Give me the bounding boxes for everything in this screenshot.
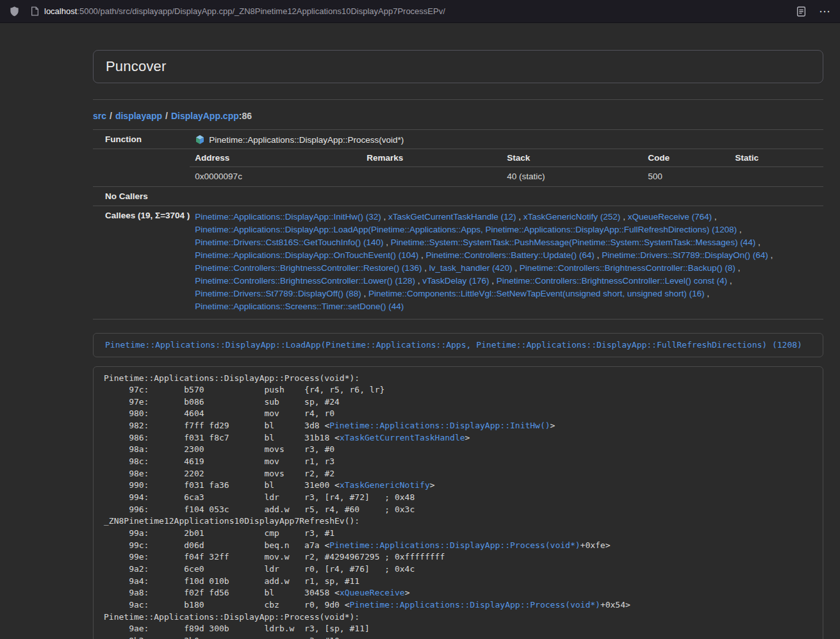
breadcrumb-file-link[interactable]: DisplayApp.cpp <box>171 111 239 121</box>
stats-table: Address Remarks Stack Code Static 0x0000… <box>190 149 823 186</box>
callee-link[interactable]: Pinetime::Controllers::BrightnessControl… <box>497 276 727 286</box>
callee-link[interactable]: lv_task_handler (420) <box>429 263 513 273</box>
no-callers-label: No Callers <box>93 186 190 206</box>
page-icon <box>31 6 39 16</box>
code-symbol-link[interactable]: Pinetime::Applications::DisplayApp::Proc… <box>329 540 580 550</box>
callee-separator: , <box>516 212 523 222</box>
callee-separator: , <box>361 289 368 298</box>
callee-separator: , <box>383 238 390 247</box>
disassembly-panel: Pinetime::Applications::DisplayApp::Proc… <box>93 366 823 639</box>
method-icon <box>195 134 205 145</box>
callee-link[interactable]: xQueueReceive (764) <box>628 212 712 222</box>
callee-link[interactable]: Pinetime::System::SystemTask::PushMessag… <box>391 238 755 247</box>
related-symbol-bar: Pinetime::Applications::DisplayApp::Load… <box>93 333 823 357</box>
function-name: Pinetime::Applications::DisplayApp::Proc… <box>209 135 404 145</box>
url-host: localhost <box>44 6 77 16</box>
address-bar[interactable]: localhost:5000/path/src/displayapp/Displ… <box>31 6 796 16</box>
function-table: Function Pinetime::Applications::Display… <box>93 129 823 320</box>
stats-value-row: 0x0000097c 40 (static) 500 <box>190 167 823 186</box>
callee-separator: , <box>727 276 732 286</box>
url-path: :5000/path/src/displayapp/DisplayApp.cpp… <box>77 6 445 16</box>
callee-link[interactable]: Pinetime::Applications::DisplayApp::Init… <box>195 212 381 222</box>
code-symbol-link[interactable]: xQueueReceive <box>340 588 405 597</box>
callee-link[interactable]: Pinetime::Drivers::St7789::DisplayOn() (… <box>602 250 768 260</box>
callee-link[interactable]: Pinetime::Controllers::BrightnessControl… <box>520 263 736 273</box>
stats-header-remarks: Remarks <box>361 149 502 167</box>
no-callers-cell <box>190 186 823 206</box>
callees-list: Pinetime::Applications::DisplayApp::Init… <box>190 206 823 319</box>
function-label: Function <box>93 130 190 149</box>
callee-link[interactable]: Pinetime::Applications::DisplayApp::Load… <box>195 225 737 234</box>
callee-separator: , <box>415 276 422 286</box>
callee-separator: , <box>620 212 627 222</box>
page-title: Puncover <box>106 58 167 75</box>
stats-header-static: Static <box>730 149 823 167</box>
callee-link[interactable]: Pinetime::Applications::DisplayApp::OnTo… <box>195 250 418 260</box>
callee-separator: , <box>768 250 773 260</box>
callee-separator: , <box>490 276 497 286</box>
callee-link[interactable]: Pinetime::Controllers::Battery::Update()… <box>426 250 595 260</box>
callee-separator: , <box>737 225 742 234</box>
breadcrumb-separator: / <box>110 111 112 121</box>
callee-separator: , <box>513 263 520 273</box>
breadcrumb-displayapp-link[interactable]: displayapp <box>115 111 162 121</box>
stats-row-head <box>93 149 190 187</box>
callees-label: Callees (19, Σ=3704 ) <box>93 206 190 319</box>
callees-row: Callees (19, Σ=3704 ) Pinetime::Applicat… <box>93 206 823 319</box>
callee-separator: , <box>381 212 388 222</box>
kebab-menu-icon[interactable]: ⋯ <box>819 6 831 17</box>
callee-link[interactable]: Pinetime::Components::LittleVgl::SetNewT… <box>368 289 705 298</box>
callee-separator: , <box>736 263 741 273</box>
code-symbol-link[interactable]: Pinetime::Applications::DisplayApp::Init… <box>329 421 550 430</box>
stat-stack: 40 (static) <box>502 167 643 186</box>
callee-link[interactable]: Pinetime::Drivers::Cst816S::GetTouchInfo… <box>195 238 383 247</box>
callee-link[interactable]: Pinetime::Controllers::BrightnessControl… <box>195 276 415 286</box>
code-symbol-link[interactable]: xTaskGetCurrentTaskHandle <box>340 433 465 442</box>
reader-view-icon[interactable] <box>796 6 806 17</box>
callee-separator: , <box>704 289 709 298</box>
related-symbol-link[interactable]: Pinetime::Applications::DisplayApp::Load… <box>105 340 802 350</box>
function-row: Function Pinetime::Applications::Display… <box>93 130 823 149</box>
code-symbol-link[interactable]: Pinetime::Applications::DisplayApp::Proc… <box>350 600 600 610</box>
code-symbol-link[interactable]: xTaskGenericNotify <box>340 480 430 490</box>
callee-link[interactable]: vTaskDelay (176) <box>422 276 489 286</box>
callee-link[interactable]: Pinetime::Applications::Screens::Timer::… <box>195 302 404 311</box>
stats-row: Address Remarks Stack Code Static 0x0000… <box>93 149 823 187</box>
callee-separator: , <box>755 238 761 247</box>
browser-toolbar: localhost:5000/path/src/displayapp/Displ… <box>0 0 840 23</box>
breadcrumb-separator: / <box>165 111 168 121</box>
stats-header-address: Address <box>190 149 361 167</box>
stat-code: 500 <box>643 167 730 186</box>
stats-header-row: Address Remarks Stack Code Static <box>190 149 823 167</box>
no-callers-row: No Callers <box>93 186 823 206</box>
callee-separator: , <box>595 250 602 260</box>
stats-header-stack: Stack <box>502 149 643 167</box>
callee-separator: , <box>422 263 429 273</box>
shield-icon[interactable] <box>9 6 20 17</box>
callee-link[interactable]: Pinetime::Drivers::St7789::DisplayOff() … <box>195 289 361 298</box>
page-title-box: Puncover <box>93 50 823 83</box>
stats-cell: Address Remarks Stack Code Static 0x0000… <box>190 149 823 187</box>
stat-remarks <box>361 167 502 186</box>
stat-address: 0x0000097c <box>190 167 361 186</box>
breadcrumb-src-link[interactable]: src <box>93 111 106 121</box>
function-name-cell: Pinetime::Applications::DisplayApp::Proc… <box>190 130 823 149</box>
stat-static <box>730 167 823 186</box>
breadcrumb: src/displayapp/DisplayApp.cpp:86 <box>93 111 823 121</box>
divider <box>93 99 823 100</box>
callee-link[interactable]: xTaskGetCurrentTaskHandle (12) <box>388 212 516 222</box>
stats-header-code: Code <box>643 149 730 167</box>
callee-link[interactable]: xTaskGenericNotify (252) <box>523 212 621 222</box>
callee-separator: , <box>712 212 717 222</box>
disassembly-code: Pinetime::Applications::DisplayApp::Proc… <box>104 373 823 639</box>
callee-separator: , <box>418 250 425 260</box>
callee-link[interactable]: Pinetime::Controllers::BrightnessControl… <box>195 263 422 273</box>
page-content: Puncover src/displayapp/DisplayApp.cpp:8… <box>93 23 823 639</box>
breadcrumb-line-number: :86 <box>239 111 252 121</box>
